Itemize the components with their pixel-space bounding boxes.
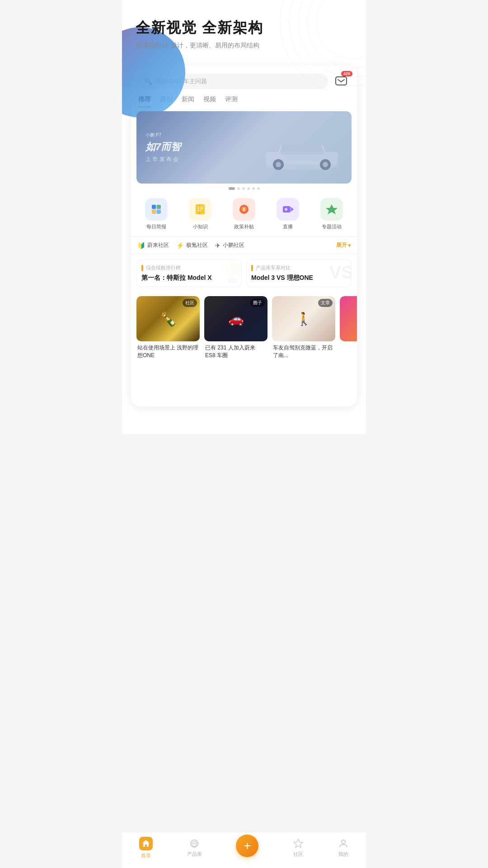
policy-icon: ¥ bbox=[238, 203, 250, 216]
rank-card-compare-title: 产品库车系对比 bbox=[256, 264, 291, 271]
chevron-down-icon: ▾ bbox=[348, 242, 351, 249]
tab-review[interactable]: 评测 bbox=[225, 95, 238, 108]
content-badge-1: 圈子 bbox=[250, 299, 265, 307]
rank-card-range-title: 综合续航排行榜 bbox=[146, 264, 181, 271]
zeekr-label: 极氪社区 bbox=[186, 241, 208, 249]
content-badge-0: 社区 bbox=[183, 299, 197, 307]
svg-point-10 bbox=[276, 162, 281, 167]
svg-rect-24 bbox=[199, 204, 200, 214]
partial-card-image bbox=[340, 296, 357, 341]
hero-title: 全新视觉 全新架构 bbox=[136, 18, 352, 38]
svg-rect-8 bbox=[279, 145, 324, 155]
quick-icon-daily[interactable]: 每日简报 bbox=[145, 198, 168, 230]
rank-card-tag-indicator-2 bbox=[251, 265, 253, 271]
community-pills: 🔰 蔚来社区 ⚡ 极氪社区 ✈ 小鹏社区 展开 ▾ bbox=[131, 236, 357, 254]
svg-rect-17 bbox=[157, 205, 161, 209]
daily-label: 每日简报 bbox=[146, 223, 166, 230]
content-text-0: 站在使用场景上 浅野的理想ONE bbox=[136, 341, 200, 362]
xpeng-label: 小鹏社区 bbox=[223, 241, 244, 249]
quick-icons-row: 每日简报 小知识 bbox=[131, 193, 357, 236]
svg-point-2 bbox=[298, 0, 366, 77]
quick-icon-topics[interactable]: 专题活动 bbox=[320, 198, 343, 230]
svg-marker-29 bbox=[291, 207, 294, 212]
content-text-2: 车友自驾别克微蓝，开启了南... bbox=[272, 341, 335, 362]
content-card-img-0: 🍾 社区 bbox=[136, 296, 200, 341]
svg-rect-19 bbox=[157, 210, 161, 214]
svg-rect-16 bbox=[152, 205, 156, 209]
topics-label: 专题活动 bbox=[322, 223, 342, 230]
dot-3 bbox=[242, 187, 245, 190]
content-text-1: 已有 231 人加入蔚来 ES8 车圈 bbox=[204, 341, 267, 362]
quick-icon-knowledge[interactable]: 小知识 bbox=[189, 198, 211, 230]
banner-car-illustration bbox=[257, 138, 347, 175]
quick-icon-live[interactable]: 直播 bbox=[277, 198, 299, 230]
page-wrapper: 全新视觉 全新架构 更清新的 UI 设计，更清晰、易用的布局结构 🔍 理想 ON… bbox=[122, 0, 366, 434]
topics-icon-bg bbox=[320, 198, 343, 221]
message-button[interactable]: 428 bbox=[333, 73, 350, 90]
content-card-1[interactable]: 🚗 圈子 已有 231 人加入蔚来 ES8 车圈 bbox=[204, 296, 267, 362]
knowledge-label: 小知识 bbox=[193, 223, 208, 230]
svg-rect-18 bbox=[152, 210, 156, 214]
nio-icon: 🔰 bbox=[137, 242, 145, 249]
live-icon bbox=[282, 203, 294, 216]
svg-text:¥: ¥ bbox=[243, 207, 245, 212]
content-badge-2: 文章 bbox=[318, 299, 333, 307]
dot-5 bbox=[252, 187, 255, 190]
community-zeekr[interactable]: ⚡ 极氪社区 bbox=[176, 241, 208, 249]
zeekr-icon: ⚡ bbox=[176, 242, 184, 249]
tab-news[interactable]: 新闻 bbox=[182, 95, 194, 108]
knowledge-icon-bg bbox=[189, 198, 211, 221]
svg-marker-31 bbox=[326, 204, 338, 214]
hero-section: 全新视觉 全新架构 更清新的 UI 设计，更清晰、易用的布局结构 bbox=[122, 0, 366, 59]
banner-container[interactable]: 小鹏 P7 如7而智 上 市 发 布 会 bbox=[136, 111, 352, 184]
message-badge: 428 bbox=[341, 71, 352, 76]
content-card-partial[interactable] bbox=[340, 296, 357, 341]
svg-rect-5 bbox=[336, 77, 347, 85]
rank-card-range[interactable]: 综合续航排行榜 第一名：特斯拉 Model X 🏆 bbox=[136, 259, 242, 287]
hero-subtitle: 更清新的 UI 设计，更清晰、易用的布局结构 bbox=[136, 42, 352, 50]
content-card-img-1: 🚗 圈子 bbox=[204, 296, 267, 341]
knowledge-icon bbox=[194, 203, 206, 216]
xpeng-icon: ✈ bbox=[215, 242, 221, 249]
svg-point-12 bbox=[323, 162, 328, 167]
content-card-2[interactable]: 🚶 文章 车友自驾别克微蓝，开启了南... bbox=[272, 296, 335, 362]
rank-watermark: 🏆 bbox=[221, 262, 242, 283]
content-cards-row: 🍾 社区 站在使用场景上 浅野的理想ONE 🚗 圈子 已有 231 人加入蔚来 … bbox=[131, 292, 357, 366]
tab-video[interactable]: 视频 bbox=[203, 95, 216, 108]
bottom-spacer bbox=[131, 366, 357, 402]
expand-label: 展开 bbox=[336, 241, 347, 249]
daily-icon-bg bbox=[145, 198, 168, 221]
banner-tag: 小鹏 P7 bbox=[145, 132, 343, 138]
live-label: 直播 bbox=[283, 223, 293, 230]
dot-2 bbox=[237, 187, 240, 190]
expand-button[interactable]: 展开 ▾ bbox=[336, 241, 351, 249]
vs-watermark: VS bbox=[329, 262, 352, 283]
policy-icon-bg: ¥ bbox=[233, 198, 255, 221]
rank-cards-row: 综合续航排行榜 第一名：特斯拉 Model X 🏆 产品库车系对比 Model … bbox=[131, 254, 357, 292]
community-nio[interactable]: 🔰 蔚来社区 bbox=[137, 241, 169, 249]
content-card-img-2: 🚶 文章 bbox=[272, 296, 335, 341]
policy-label: 政策补贴 bbox=[234, 223, 254, 230]
rank-card-tag-indicator bbox=[141, 265, 143, 271]
dot-4 bbox=[247, 187, 250, 190]
dot-1 bbox=[229, 187, 235, 190]
community-xpeng[interactable]: ✈ 小鹏社区 bbox=[215, 241, 244, 249]
content-card-0[interactable]: 🍾 社区 站在使用场景上 浅野的理想ONE bbox=[136, 296, 200, 362]
quick-icon-policy[interactable]: ¥ 政策补贴 bbox=[233, 198, 255, 230]
nio-label: 蔚来社区 bbox=[147, 241, 169, 249]
topics-icon bbox=[325, 203, 338, 216]
live-icon-bg bbox=[277, 198, 299, 221]
daily-icon bbox=[150, 203, 163, 216]
message-icon bbox=[335, 75, 347, 88]
rank-card-compare[interactable]: 产品库车系对比 Model 3 VS 理想ONE VS bbox=[246, 259, 352, 287]
banner-dots bbox=[131, 184, 357, 193]
dot-6 bbox=[257, 187, 260, 190]
svg-point-30 bbox=[285, 208, 287, 211]
app-card: 🔍 理想 ONE 车主问题 428 推荐 原创 新闻 视频 评测 小鹏 P7 bbox=[131, 66, 357, 406]
